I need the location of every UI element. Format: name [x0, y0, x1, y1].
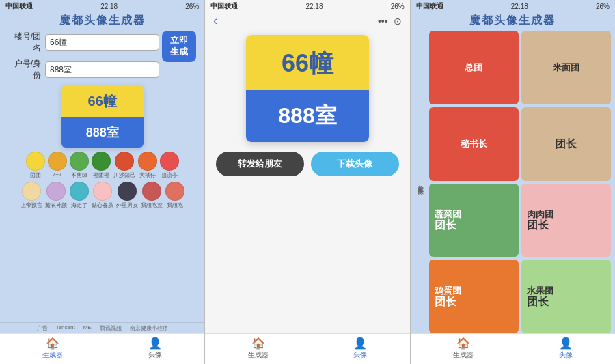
preview-bottom-small: 888室	[62, 117, 144, 148]
preview-card-large: 66幢 888室	[246, 35, 369, 142]
tab-avatar-label: 头像	[148, 350, 162, 360]
avatar-title: 米面团	[553, 62, 579, 73]
panel2-nav: ‹ ••• ⊙	[205, 12, 409, 29]
swatch-label: 我想吃菜	[141, 201, 163, 209]
tab-gen-label-2: 生成器	[248, 350, 269, 360]
panel-generator: 中国联通 22:18 26% 魔都头像生成器 楼号/团名 户号/身份 立即生成 …	[0, 0, 204, 364]
swatch-circle	[115, 152, 134, 171]
nav-target: ⊙	[394, 16, 402, 27]
swatch-circle	[93, 182, 112, 201]
input-section: 楼号/团名 户号/身份 立即生成	[0, 31, 204, 81]
tab-avatar-2[interactable]: 👤 头像	[353, 337, 367, 360]
swatch-alien[interactable]: 外星男友	[116, 182, 138, 209]
avatar-title: 蔬菜团	[435, 209, 461, 220]
nav-dots[interactable]: •••	[378, 16, 388, 27]
mini-bar: 广告 Tencent ME 腾讯视频 南京健康小程序	[0, 322, 204, 333]
avatar-icon-2: 👤	[353, 337, 367, 350]
avatar-card-shuiguo[interactable]: 水果团 团长	[521, 260, 611, 333]
avatar-card-zongdan[interactable]: 总团	[429, 31, 519, 104]
download-button[interactable]: 下载头像	[311, 152, 399, 176]
share-button[interactable]: 转发给朋友	[216, 152, 304, 176]
swatch-top[interactable]: 顶流亭	[160, 152, 179, 179]
swatch-circle	[142, 182, 161, 201]
swatch-label: 外星男友	[116, 201, 138, 209]
home-icon: 🏠	[46, 337, 59, 350]
nav-tabs-2: 🏠 生成器 👤 头像	[205, 333, 409, 364]
input-rows: 楼号/团名 户号/身份	[8, 31, 159, 81]
avatar-subtitle: 团长	[435, 219, 456, 232]
avatar-card-miamian[interactable]: 米面团	[521, 31, 611, 104]
battery-1: 26%	[185, 3, 199, 10]
battery-2: 26%	[391, 3, 405, 10]
unit-input[interactable]	[45, 61, 159, 78]
hint-text: 长按保存头像	[415, 31, 426, 333]
avatar-title: 总团	[465, 62, 482, 73]
avatar-subtitle: 团长	[527, 296, 549, 308]
avatar-card-mishuzhang[interactable]: 秘书长	[429, 107, 519, 181]
swatch-label: 我想吃	[167, 201, 183, 209]
swatch-label: 大橘仔	[139, 171, 156, 179]
swatch-label: 7+7	[53, 171, 62, 178]
carrier-3: 中国联通	[416, 1, 443, 11]
avatar-icon-3: 👤	[559, 337, 573, 350]
swatch-label: 川沙知己	[113, 171, 135, 179]
status-bar-3: 中国联通 22:18 26%	[411, 0, 615, 12]
swatch-tuantuan[interactable]: 团团	[26, 152, 45, 179]
swatch-circle	[70, 182, 89, 201]
tab-generator-1[interactable]: 🏠 生成器	[42, 337, 63, 360]
bottom-nav-1: 广告 Tencent ME 腾讯视频 南京健康小程序 🏠 生成器 👤 头像	[0, 322, 204, 364]
swatch-veggie[interactable]: 我想吃菜	[141, 182, 163, 209]
nav-tabs-3: 🏠 生成器 👤 头像	[411, 333, 615, 364]
nav-tabs-1: 🏠 生成器 👤 头像	[0, 333, 204, 364]
avatar-card-shucai[interactable]: 蔬菜团 团长	[429, 184, 519, 257]
tab-avatar-1[interactable]: 👤 头像	[148, 337, 162, 360]
avatar-title: 鸡蛋团	[435, 285, 461, 296]
swatch-label: 橙团橙	[93, 171, 109, 179]
back-button[interactable]: ‹	[213, 14, 217, 28]
avatar-card-rourou[interactable]: 肉肉团 团长	[521, 184, 611, 257]
avatar-card-tuanzhang-tan[interactable]: 团长	[521, 107, 611, 181]
swatch-orange-team[interactable]: 橙团橙	[92, 152, 111, 179]
swatch-chuan[interactable]: 川沙知己	[113, 152, 135, 179]
swatch-care[interactable]: 贴心备胎	[92, 182, 113, 209]
swatch-label: 团团	[30, 171, 41, 179]
swatch-circle	[70, 152, 89, 171]
swatch-daju[interactable]: 大橘仔	[138, 152, 157, 179]
tab-generator-2[interactable]: 🏠 生成器	[248, 337, 269, 360]
avatar-card-jidan[interactable]: 鸡蛋团 团长	[429, 260, 519, 333]
building-input[interactable]	[45, 34, 159, 51]
swatch-circle	[138, 152, 157, 171]
swatch-circle	[165, 182, 184, 201]
swatch-label: 海走了	[71, 201, 87, 209]
avatar-title: 秘书长	[461, 139, 487, 150]
panel-avatar-list: 中国联通 22:18 26% 魔都头像生成器 长按保存头像 总团 米面团 秘书长…	[411, 0, 615, 364]
avatar-subtitle: 团长	[527, 219, 549, 232]
panel1-title: 魔都头像生成器	[0, 12, 204, 31]
swatch-7p7[interactable]: 7+7	[48, 152, 67, 179]
swatches-section: 团团 7+7 不焦绿 橙团橙 川沙知己 大橘仔	[0, 148, 204, 210]
preview-bottom-large: 888室	[246, 90, 369, 142]
swatch-eat[interactable]: 我想吃	[165, 182, 184, 209]
preview-top-small: 66幢	[62, 85, 144, 117]
generate-button[interactable]: 立即生成	[162, 31, 196, 62]
swatch-circle	[118, 182, 137, 201]
carrier-2: 中国联通	[210, 1, 238, 11]
tab-gen-label-3: 生成器	[453, 350, 474, 360]
swatch-circle	[22, 182, 41, 201]
panel3-title: 魔都头像生成器	[411, 12, 615, 31]
swatch-circle	[26, 152, 45, 171]
battery-3: 26%	[596, 3, 610, 10]
swatch-green[interactable]: 不焦绿	[70, 152, 89, 179]
avatar-title: 肉肉团	[527, 209, 554, 220]
tab-generator-3[interactable]: 🏠 生成器	[453, 337, 474, 360]
swatch-label: 顶流亭	[161, 171, 178, 179]
time-1: 22:18	[100, 3, 118, 10]
swatch-sea[interactable]: 海走了	[70, 182, 89, 209]
tab-avatar-3[interactable]: 👤 头像	[559, 337, 573, 360]
swatch-lavender[interactable]: 薰衣神颜	[45, 182, 67, 209]
avatar-subtitle: 团长	[555, 138, 577, 150]
swatch-circle	[92, 152, 111, 171]
swatch-circle	[48, 152, 67, 171]
swatch-prophecy[interactable]: 上帝预言	[20, 182, 42, 209]
avatar-grid: 总团 米面团 秘书长 团长 蔬菜团 团长 肉肉团 团长	[429, 31, 611, 333]
